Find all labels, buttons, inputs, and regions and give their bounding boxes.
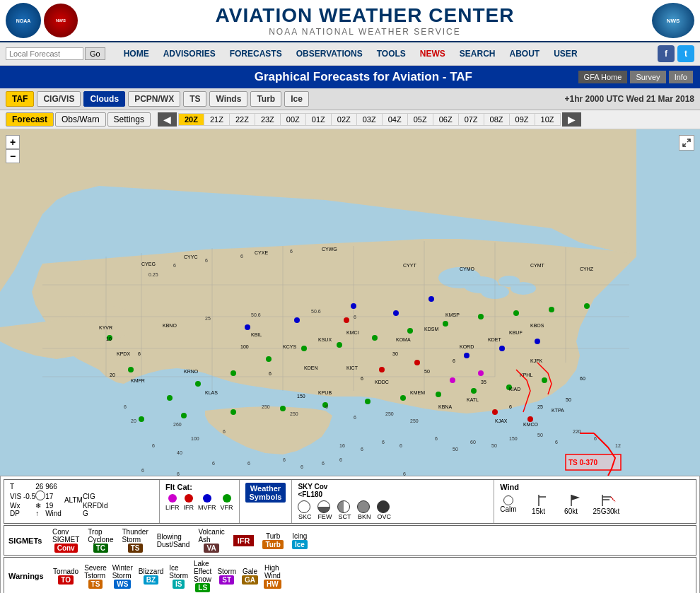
globe-logo: NWS [652, 3, 694, 38]
svg-text:6: 6 [212, 461, 215, 466]
flt-cat-legend: Flt Cat: LIFR IFR MVFR VFR [160, 480, 240, 523]
nav-search[interactable]: SEARCH [453, 46, 503, 61]
zoom-in-button[interactable]: + [6, 135, 20, 149]
svg-text:KSUX: KSUX [318, 337, 332, 342]
tab-pcpn-wx[interactable]: PCPN/WX [128, 91, 180, 107]
time-slot-22z[interactable]: 22Z [229, 113, 255, 126]
svg-text:6: 6 [594, 436, 597, 441]
nav-news[interactable]: NEWS [413, 46, 453, 61]
weather-symbols-box[interactable]: WeatherSymbols [245, 483, 286, 503]
time-slot-01z[interactable]: 01Z [305, 113, 331, 126]
info-button[interactable]: Info [669, 71, 693, 83]
calm-symbol [503, 495, 513, 505]
time-slot-20z[interactable]: 20Z [178, 113, 204, 126]
svg-text:KDSM: KDSM [424, 327, 438, 331]
svg-text:6: 6 [269, 371, 272, 376]
tab-ts[interactable]: TS [183, 91, 206, 107]
svg-text:KICT: KICT [346, 365, 358, 370]
svg-point-57 [379, 367, 385, 372]
svg-point-45 [471, 388, 477, 394]
tab-forecast[interactable]: Forecast [6, 112, 54, 127]
nav-forecasts[interactable]: FORECASTS [223, 46, 289, 61]
tab-ice[interactable]: Ice [284, 91, 309, 107]
svg-text:250: 250 [410, 418, 419, 423]
time-slot-07z[interactable]: 07Z [458, 113, 484, 126]
svg-text:6: 6 [354, 315, 356, 319]
tab-settings[interactable]: Settings [107, 112, 151, 127]
svg-text:6: 6 [138, 351, 141, 356]
warnings-row: Warnings Tornado TO SevereTstorm TS Wint… [4, 557, 696, 593]
thunder-storm-label: ThunderStorm [122, 528, 148, 544]
t-value2: 966 [45, 483, 62, 491]
kt15-label: 15kt [532, 507, 545, 515]
site-subtitle: NOAA NATIONAL WEATHER SERVICE [78, 27, 652, 37]
svg-point-30 [372, 335, 378, 341]
tab-cig-vis[interactable]: CIG/VIS [37, 91, 81, 107]
time-slot-05z[interactable]: 05Z [407, 113, 433, 126]
tab-clouds[interactable]: Clouds [83, 91, 125, 107]
site-title: AVIATION WEATHER CENTER [78, 4, 652, 27]
nav-user[interactable]: USER [547, 46, 584, 61]
time-slot-10z[interactable]: 10Z [535, 113, 561, 126]
mvfr-label: MVFR [198, 504, 216, 511]
tab-obs-warn[interactable]: Obs/Warn [55, 112, 106, 127]
noaa-logo: NOAA [6, 3, 41, 38]
few-item: FEW [317, 500, 332, 520]
time-slot-00z[interactable]: 00Z [280, 113, 305, 126]
ga-badge: GA [242, 575, 258, 585]
svg-text:KDEN: KDEN [304, 365, 317, 370]
facebook-button[interactable]: f [658, 45, 675, 62]
svg-text:KMFR: KMFR [131, 378, 145, 383]
svg-text:6: 6 [354, 415, 356, 420]
gale-item: Gale GA [242, 568, 258, 585]
time-prev-arrow[interactable]: ◀ [158, 112, 177, 127]
nav-home[interactable]: HOME [117, 46, 156, 61]
twitter-button[interactable]: t [677, 45, 694, 62]
go-button[interactable]: Go [85, 47, 105, 60]
time-slot-03z[interactable]: 03Z [356, 113, 382, 126]
svg-point-31 [407, 328, 413, 334]
svg-text:6: 6 [399, 443, 402, 448]
lifr-label: LIFR [165, 504, 180, 511]
gfa-home-button[interactable]: GFA Home [578, 71, 628, 83]
time-slot-08z[interactable]: 08Z [484, 113, 509, 126]
time-slot-02z[interactable]: 02Z [331, 113, 356, 126]
svg-point-55 [535, 339, 540, 344]
svg-text:150: 150 [297, 394, 305, 399]
svg-point-62 [478, 370, 484, 376]
svg-text:6: 6 [223, 429, 226, 434]
vis-label: VIS -0.5 [10, 491, 35, 502]
tab-winds[interactable]: Winds [209, 91, 247, 107]
svg-text:12: 12 [615, 443, 621, 448]
survey-button[interactable]: Survey [630, 71, 665, 83]
vfr-dot [223, 494, 231, 503]
expand-button[interactable] [679, 135, 694, 151]
svg-text:6: 6 [453, 358, 455, 363]
tab-taf[interactable]: TAF [6, 91, 34, 107]
time-nav: ◀ 20Z 21Z 22Z 23Z 00Z 01Z 02Z 03Z 04Z 05… [158, 112, 581, 127]
time-slot-21z[interactable]: 21Z [204, 113, 229, 126]
nav-about[interactable]: ABOUT [503, 46, 547, 61]
svg-line-186 [611, 497, 615, 502]
nav-tools[interactable]: TOOLS [370, 46, 413, 61]
svg-point-25 [195, 381, 201, 387]
nav-advisories[interactable]: ADVISORIES [156, 46, 223, 61]
warnings-title: Warnings [8, 572, 47, 580]
svg-point-51 [393, 310, 399, 316]
conv-badge: Conv [54, 544, 78, 553]
bkn-label: BKN [358, 513, 371, 520]
time-slot-09z[interactable]: 09Z [509, 113, 535, 126]
winter-storm-item: WinterStorm WS [112, 564, 133, 589]
time-next-arrow[interactable]: ▶ [562, 112, 581, 127]
time-slot-23z[interactable]: 23Z [255, 113, 280, 126]
tab-turb[interactable]: Turb [250, 91, 281, 107]
zoom-out-button[interactable]: − [6, 149, 20, 163]
local-forecast-input[interactable] [6, 47, 83, 60]
time-slot-06z[interactable]: 06Z [433, 113, 458, 126]
ifr-box: IFR [233, 535, 255, 546]
time-slot-04z[interactable]: 04Z [382, 113, 407, 126]
wind-calm: Calm [500, 495, 516, 513]
turb-label-leg: Turb [266, 532, 280, 540]
svg-text:KJAX: KJAX [495, 418, 508, 423]
nav-observations[interactable]: OBSERVATIONS [289, 46, 370, 61]
